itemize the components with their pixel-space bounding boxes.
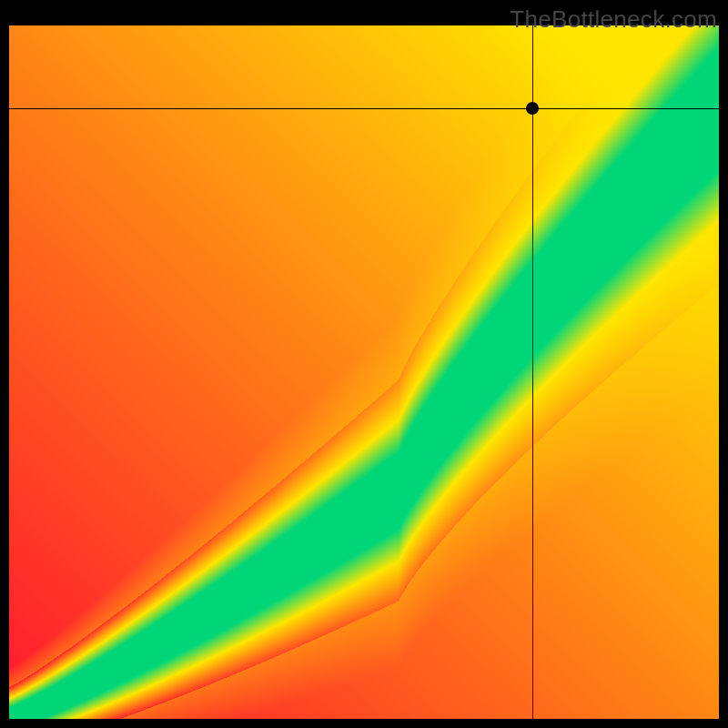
watermark-text: TheBottleneck.com [510, 5, 717, 34]
heatmap-canvas [9, 25, 719, 719]
crosshair-horizontal [9, 108, 719, 109]
crosshair-vertical [532, 25, 533, 719]
crosshair-marker-dot [526, 102, 539, 115]
plot-area [9, 25, 719, 719]
chart-wrapper: TheBottleneck.com [0, 0, 728, 728]
